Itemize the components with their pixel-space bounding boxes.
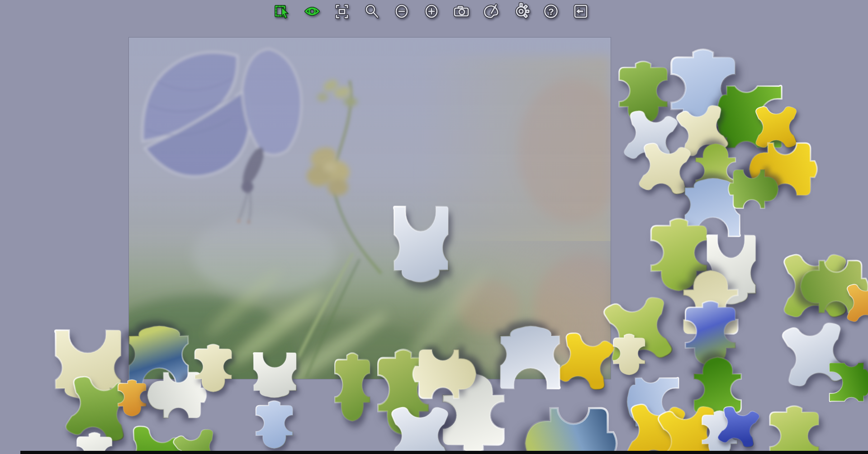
preview-tool-button[interactable]	[303, 2, 321, 20]
puzzle-piece[interactable]	[500, 326, 560, 388]
toolbar	[273, 2, 590, 20]
puzzle-piece[interactable]	[335, 353, 370, 421]
appearance-button[interactable]	[482, 2, 500, 20]
puzzle-piece[interactable]	[172, 428, 222, 454]
app-window: ? ?	[0, 0, 868, 454]
zoom-in-button[interactable]	[422, 2, 441, 20]
puzzle-piece[interactable]	[525, 408, 617, 454]
snapshot-button[interactable]	[452, 2, 470, 20]
puzzle-piece[interactable]	[770, 406, 819, 454]
zoom-out-button[interactable]	[393, 2, 411, 20]
puzzle-piece[interactable]	[782, 322, 848, 388]
puzzle-piece[interactable]	[129, 326, 189, 388]
arrange-tool-button[interactable]	[333, 2, 351, 20]
exit-button[interactable]	[572, 2, 590, 20]
select-tool-button[interactable]	[273, 2, 291, 20]
magnify-tool-button[interactable]	[363, 2, 381, 20]
settings-button[interactable]	[512, 2, 530, 20]
puzzle-piece[interactable]	[830, 363, 868, 402]
puzzle-piece[interactable]	[256, 401, 293, 448]
bottom-screen-edge	[20, 451, 868, 454]
help-button[interactable]	[542, 2, 560, 20]
